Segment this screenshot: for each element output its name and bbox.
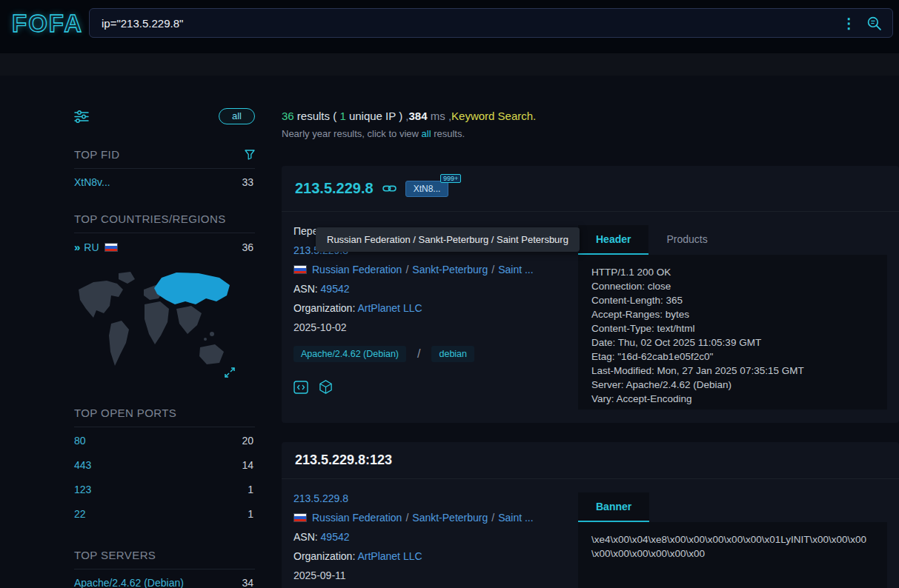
all-results-button[interactable]: all — [219, 108, 255, 124]
world-map-graphic — [74, 267, 234, 380]
top-ports-section: TOP OPEN PORTS 80 20 443 14 123 1 22 1 — [74, 407, 255, 525]
port-link[interactable]: 123 — [74, 484, 91, 495]
last-update-date: 2025-09-11 — [293, 569, 569, 582]
unique-ip-count: 1 — [339, 110, 345, 122]
asn-link[interactable]: 49542 — [321, 283, 350, 295]
fofa-logo[interactable]: FOFA — [12, 10, 83, 38]
fid-row: XtN8v... 33 — [74, 171, 255, 193]
port-link[interactable]: 443 — [74, 459, 91, 471]
port-link[interactable]: 22 — [74, 508, 86, 520]
geo-row: Russian Federation/Sankt-Peterburg/Saint… — [293, 512, 569, 524]
country-link[interactable]: Russian Federation — [312, 264, 402, 275]
result-ip-title[interactable]: 213.5.229.8 — [295, 180, 374, 197]
link-chain-icon[interactable] — [382, 184, 397, 193]
tab-banner[interactable]: Banner — [578, 492, 649, 522]
russia-flag-icon — [293, 513, 307, 522]
russia-flag-icon — [105, 243, 118, 252]
fid-badge-count: 999+ — [440, 174, 461, 183]
port-row: 123 1 — [74, 478, 255, 501]
org-row: Organization: ArtPlanet LLC — [293, 302, 569, 315]
port-row: 80 20 — [74, 430, 255, 452]
org-row: Organization: ArtPlanet LLC — [293, 550, 569, 563]
russia-flag-icon — [293, 265, 307, 274]
geo-row: Russian Federation/Sankt-Peterburg/Saint… — [293, 264, 569, 276]
server-count: 34 — [242, 577, 253, 588]
action-icons-row — [293, 380, 569, 394]
http-header-block[interactable]: HTTP/1.1 200 OK Connection: close Conten… — [578, 255, 887, 410]
filters-sidebar: all TOP FID XtN8v... 33 TOP COUNTRIES/RE… — [74, 108, 255, 588]
expand-country-chevrons-icon[interactable]: » — [74, 241, 79, 253]
sidebar-header: all — [74, 108, 255, 124]
result-card: 213.5.229.8:123 213.5.229.8 Russian Fede… — [282, 442, 899, 588]
server-link[interactable]: Apache/2.4.62 (Debian) — [74, 577, 184, 588]
top-servers-section: TOP SERVERS Apache/2.4.62 (Debian) 34 — [74, 549, 255, 588]
port-count: 1 — [248, 484, 253, 495]
fid-count: 33 — [242, 176, 253, 188]
product-cube-icon[interactable] — [319, 380, 333, 394]
more-options-icon[interactable]: ⋮ — [835, 15, 863, 32]
search-button[interactable] — [863, 16, 892, 31]
fofa-results-page: FOFA ⋮ — [0, 0, 899, 588]
fid-link[interactable]: XtN8v... — [74, 176, 110, 188]
result-card-body: 213.5.229.8 Russian Federation/Sankt-Pet… — [282, 479, 899, 588]
detail-panel: Banner \xe4\x00\x04\xe8\x00\x00\x00\x00\… — [578, 492, 887, 588]
region-link[interactable]: Sankt-Peterburg — [412, 264, 488, 275]
fid-badge[interactable]: XtN8... 999+ — [405, 181, 449, 197]
host-info-column: 213.5.229.8 Russian Federation/Sankt-Pet… — [293, 492, 569, 588]
top-countries-title: TOP COUNTRIES/REGIONS — [74, 213, 226, 225]
code-preview-icon[interactable] — [293, 381, 308, 394]
search-bar: ⋮ — [89, 8, 893, 38]
server-row: Apache/2.4.62 (Debian) 34 — [74, 572, 255, 588]
city-link[interactable]: Saint ... — [498, 512, 533, 524]
port-count: 20 — [242, 435, 253, 447]
tab-header[interactable]: Header — [578, 225, 648, 255]
top-ports-title: TOP OPEN PORTS — [74, 407, 176, 419]
region-link[interactable]: Sankt-Peterburg — [412, 512, 488, 524]
ip-link[interactable]: 213.5.229.8 — [293, 492, 348, 504]
city-link[interactable]: Saint ... — [498, 264, 533, 275]
result-card-body: Переадресация Russian Federation / Sankt… — [282, 212, 899, 423]
top-countries-section: TOP COUNTRIES/REGIONS » RU 36 — [74, 213, 255, 380]
keyword-search-label: Keyword Search. — [451, 110, 536, 122]
result-ip-port-title[interactable]: 213.5.229.8:123 — [295, 452, 392, 468]
port-count: 1 — [248, 508, 253, 520]
all-results-link[interactable]: all — [422, 128, 431, 139]
tags-row: Apache/2.4.62 (Debian) / debian — [293, 346, 569, 362]
funnel-filter-icon[interactable] — [245, 150, 255, 160]
detail-tabs: Header Products — [578, 225, 887, 255]
detail-tabs: Banner — [578, 492, 887, 522]
world-map[interactable] — [74, 267, 234, 380]
port-link[interactable]: 80 — [74, 435, 86, 447]
geo-tooltip: Russian Federation / Sankt-Peterburg / S… — [316, 227, 580, 252]
country-count: 36 — [242, 241, 253, 253]
results-count: 36 — [282, 110, 294, 122]
asn-row: ASN: 49542 — [293, 531, 569, 544]
search-icon — [866, 16, 882, 31]
top-fid-section: TOP FID XtN8v... 33 — [74, 148, 255, 193]
result-card-header: 213.5.229.8:123 — [282, 442, 899, 479]
os-tag[interactable]: debian — [431, 346, 474, 362]
query-time: 384 — [409, 110, 428, 122]
filter-sliders-icon[interactable] — [74, 110, 89, 123]
top-fid-title: TOP FID — [74, 148, 119, 161]
search-input[interactable] — [90, 17, 835, 30]
header-sub-band — [0, 53, 899, 76]
port-row: 22 1 — [74, 503, 255, 525]
country-row: » RU 36 — [74, 235, 255, 258]
asn-link[interactable]: 49542 — [321, 531, 350, 543]
country-link[interactable]: RU — [84, 241, 99, 253]
port-count: 14 — [242, 459, 253, 471]
organization-link[interactable]: ArtPlanet LLC — [357, 302, 422, 314]
results-note: Nearly year results, click to view all r… — [282, 128, 899, 139]
asn-row: ASN: 49542 — [293, 283, 569, 295]
country-link[interactable]: Russian Federation — [312, 512, 402, 524]
tab-products[interactable]: Products — [648, 225, 725, 255]
server-tag[interactable]: Apache/2.4.62 (Debian) — [293, 346, 406, 362]
expand-map-icon[interactable] — [224, 367, 236, 381]
detail-panel: Header Products HTTP/1.1 200 OK Connecti… — [578, 225, 887, 410]
results-main: 36 results ( 1 unique IP ) ,384 ms ,Keyw… — [282, 110, 899, 588]
top-servers-title: TOP SERVERS — [74, 549, 156, 561]
organization-link[interactable]: ArtPlanet LLC — [357, 550, 422, 562]
result-card-header: 213.5.229.8 XtN8... 999+ — [282, 166, 899, 212]
banner-block[interactable]: \xe4\x00\x04\xe8\x00\x00\x00\x00\x00\x01… — [578, 522, 887, 588]
